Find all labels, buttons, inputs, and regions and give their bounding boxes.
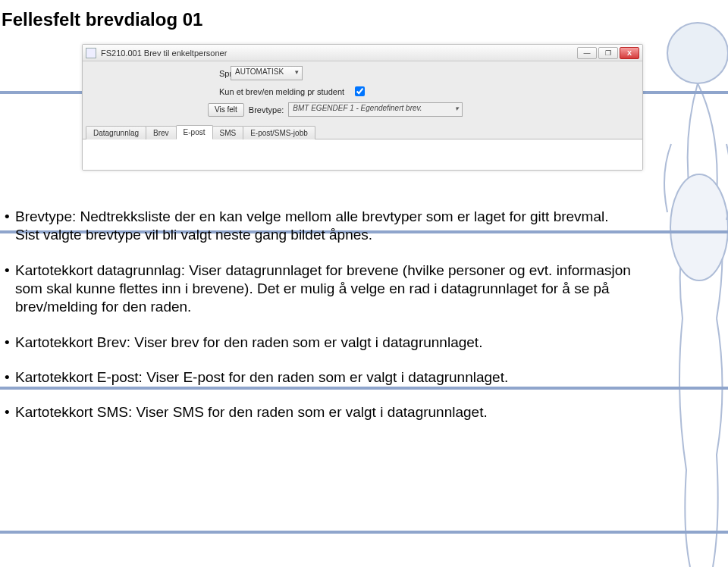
bullet-item: Kartotekkort Brev: Viser brev for den ra… [5, 334, 634, 352]
tab-epost[interactable]: E-post [176, 125, 213, 139]
bullet-item: Kartotekkort datagrunnlag: Viser datagru… [5, 262, 634, 317]
dialog-window: FS210.001 Brev til enkeltpersoner — ❐ X … [82, 44, 643, 171]
bullet-item: Brevtype: Nedtrekksliste der en kan velg… [5, 208, 634, 245]
one-letter-checkbox[interactable] [355, 86, 365, 96]
one-letter-label: Kun et brev/en melding pr student [219, 87, 344, 96]
close-button[interactable]: X [620, 47, 639, 59]
restore-button[interactable]: ❐ [598, 47, 618, 59]
titlebar: FS210.001 Brev til enkeltpersoner — ❐ X [83, 45, 642, 61]
window-title: FS210.001 Brev til enkeltpersoner [101, 49, 577, 58]
tab-sms[interactable]: SMS [212, 126, 244, 139]
bullet-item: Kartotekkort E-post: Viser E-post for de… [5, 368, 634, 387]
decorative-stripe [0, 531, 728, 534]
page-title: Fellesfelt brevdialog 01 [2, 9, 202, 30]
tab-bar: Datagrunnlag Brev E-post SMS E-post/SMS-… [83, 124, 642, 139]
bullet-item: Kartotekkort SMS: Viser SMS for den rade… [5, 403, 634, 421]
show-field-button[interactable]: Vis felt [208, 103, 244, 117]
brevtype-label: Brevtype: [249, 105, 284, 114]
tab-epost-sms-jobb[interactable]: E-post/SMS-jobb [243, 126, 315, 139]
language-dropdown[interactable]: AUTOMATISK [231, 66, 303, 80]
app-icon [86, 48, 96, 58]
svg-point-1 [670, 174, 728, 280]
background-figure-art [645, 0, 728, 567]
bullet-list: Brevtype: Nedtrekksliste der en kan velg… [5, 208, 634, 439]
minimize-button[interactable]: — [577, 47, 597, 59]
tab-datagrunnlag[interactable]: Datagrunnlag [86, 126, 146, 139]
tab-content [83, 139, 642, 170]
language-label: Språk: [90, 69, 231, 78]
svg-point-0 [667, 23, 728, 83]
tab-brev[interactable]: Brev [146, 126, 177, 139]
form-area: Språk: AUTOMATISK Kun et brev/en melding… [83, 61, 642, 124]
brevtype-dropdown[interactable]: BMT EGENDEF 1 - Egendefinert brev. [288, 102, 463, 117]
